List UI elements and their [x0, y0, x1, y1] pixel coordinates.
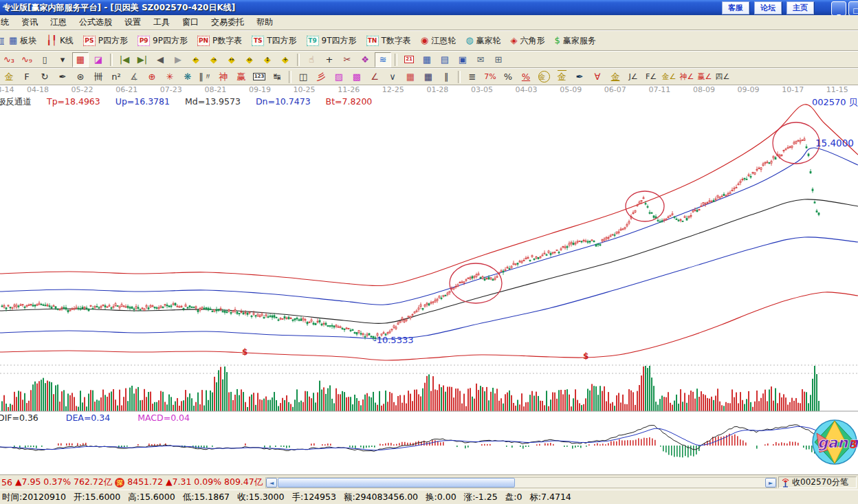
- kline-button[interactable]: ╽╿K线: [41, 34, 78, 48]
- gann-box-alt-icon[interactable]: ▩: [349, 69, 365, 85]
- gold-underline-icon[interactable]: 金: [607, 69, 624, 85]
- hexagon-button[interactable]: ◈六角形: [506, 34, 550, 48]
- menu-item-4[interactable]: 设置: [118, 15, 147, 30]
- menu-item-5[interactable]: 工具: [147, 15, 176, 30]
- ying-grid-icon[interactable]: 赢: [233, 69, 250, 85]
- gann-lines-icon[interactable]: 卌: [90, 69, 107, 85]
- ying-angle-icon[interactable]: 赢∠: [696, 69, 713, 85]
- menu-item-3[interactable]: 公式选股: [73, 15, 118, 30]
- save-icon[interactable]: ▣: [454, 52, 471, 67]
- menu-item-6[interactable]: 窗口: [176, 15, 205, 30]
- diamond-reset-icon[interactable]: ◆+: [277, 52, 294, 67]
- chart-area[interactable]: $$ 极反通道Tp=18.4963Up=16.3781Md=13.9573Dn=…: [0, 95, 858, 474]
- f-angle-icon[interactable]: F∠: [643, 69, 659, 85]
- winner-wheel-button[interactable]: ◍赢家轮: [461, 34, 505, 48]
- fan-lines-icon[interactable]: 彡: [313, 69, 329, 85]
- gold-angle-icon[interactable]: 金∠: [661, 69, 677, 85]
- tick-data-panel[interactable]: 收002570分笔: [778, 476, 857, 488]
- gann-wheel-button[interactable]: ◉江恩轮: [416, 34, 461, 48]
- web-service-icon[interactable]: ✉: [472, 52, 489, 67]
- sector-button[interactable]: ▦板块: [4, 34, 41, 48]
- prev-bar-icon[interactable]: ◀: [152, 52, 168, 67]
- ink-pen-icon[interactable]: ✒: [571, 69, 588, 85]
- notepad-icon[interactable]: ▤: [437, 52, 453, 67]
- color-chart-icon[interactable]: ◪: [90, 52, 107, 67]
- zigzag-tool-icon[interactable]: ∨: [384, 69, 401, 85]
- diamond-hexpand-icon[interactable]: ◆↔: [223, 52, 240, 67]
- zigzag-3-icon[interactable]: ∿₃: [1, 52, 17, 67]
- box-tool-icon[interactable]: ◫: [295, 69, 311, 85]
- star-web-icon[interactable]: ✳: [162, 69, 178, 85]
- pen-tool-icon[interactable]: ✒: [54, 69, 71, 85]
- shen-grid-icon[interactable]: 神: [215, 69, 232, 85]
- goto-first-icon[interactable]: |◀: [116, 52, 133, 67]
- j-angle-icon[interactable]: J∠: [625, 69, 641, 85]
- av-pattern-icon[interactable]: ∀: [589, 69, 606, 85]
- titlebar-button-1[interactable]: 论坛: [754, 1, 782, 14]
- wave-tool-icon[interactable]: ≋: [375, 52, 391, 67]
- spider-web-icon[interactable]: ❋: [179, 69, 196, 85]
- scroll-right-arrow[interactable]: ►: [765, 478, 776, 487]
- t-square-button[interactable]: TST四方形: [247, 34, 301, 48]
- diamond-right-icon[interactable]: ◆→: [206, 52, 222, 67]
- trend-angle-icon[interactable]: ∠: [366, 69, 383, 85]
- parallel-lines-icon[interactable]: ∥: [438, 69, 454, 85]
- calculator-icon[interactable]: ▦: [419, 52, 435, 67]
- wave-count-icon[interactable]: ‖〃: [197, 69, 214, 85]
- diamond-hcompress-icon[interactable]: ◆⇔: [241, 52, 258, 67]
- measure-tool-icon[interactable]: ✂: [339, 52, 355, 67]
- gann-box-icon[interactable]: ▨: [331, 69, 347, 85]
- winner-service-button[interactable]: $赢家服务: [550, 34, 601, 48]
- menu-item-8[interactable]: 帮助: [250, 15, 279, 30]
- t9-square-button[interactable]: T99T四方形: [302, 34, 362, 48]
- gann-circle-icon[interactable]: ⊛: [72, 69, 89, 85]
- n2-grid-icon[interactable]: n²: [108, 69, 124, 85]
- pn-table-button[interactable]: PNP数字表: [192, 34, 247, 48]
- menu-item-1[interactable]: 资讯: [15, 15, 44, 30]
- titlebar-button-2[interactable]: 主页: [786, 1, 814, 14]
- price-scale-icon[interactable]: ≣: [464, 69, 481, 85]
- p9-square-button[interactable]: P99P四方形: [133, 34, 192, 48]
- hand-drag-icon[interactable]: ☝: [303, 52, 320, 67]
- tn-table-button[interactable]: TNT数字表: [362, 34, 416, 48]
- percent7-icon[interactable]: 7%: [482, 69, 498, 85]
- circle-cross-icon[interactable]: ⊕: [144, 69, 160, 85]
- gold-grid-icon[interactable]: 金: [1, 69, 17, 85]
- menu-item-0[interactable]: 统: [0, 15, 15, 30]
- flower-tool-icon[interactable]: ❖: [357, 52, 373, 67]
- zigzag-9-icon[interactable]: ∿₉: [19, 52, 35, 67]
- percent-line-icon[interactable]: %: [518, 69, 534, 85]
- diamond-left-icon[interactable]: ◆←: [188, 52, 204, 67]
- scroll-left-arrow[interactable]: ◄: [266, 478, 277, 487]
- horizontal-scrollbar[interactable]: ◄ ►: [265, 477, 777, 488]
- goto-last-icon[interactable]: ▶|: [134, 52, 151, 67]
- next-bar-icon[interactable]: ▶: [170, 52, 186, 67]
- shen-angle-icon[interactable]: 神∠: [679, 69, 695, 85]
- remote-data-icon[interactable]: ⊞: [490, 52, 507, 67]
- width-measure-icon[interactable]: ↹: [269, 69, 285, 85]
- gold-lines-icon[interactable]: 金: [553, 69, 570, 85]
- candle-style-icon[interactable]: ▯: [36, 52, 53, 67]
- percent-icon[interactable]: %: [500, 69, 516, 85]
- p-square-button[interactable]: PSP四方形: [78, 34, 133, 48]
- spiral-icon[interactable]: ↻: [36, 69, 53, 85]
- menu-item-7[interactable]: 交易委托: [205, 15, 250, 30]
- titlebar-button-0[interactable]: 客服: [722, 1, 749, 14]
- diamond-vexpand-icon[interactable]: ◆↕: [259, 52, 276, 67]
- calendar-icon[interactable]: 21: [401, 52, 417, 67]
- pattern-grid-icon[interactable]: ▦: [72, 52, 89, 67]
- gold-circle-icon[interactable]: 金: [536, 69, 552, 85]
- scrollbar-thumb[interactable]: [278, 478, 515, 487]
- minimize-button[interactable]: _: [831, 1, 846, 16]
- maximize-button[interactable]: □: [848, 1, 858, 16]
- ruler-123-icon[interactable]: 123: [251, 69, 267, 85]
- grid-red-icon[interactable]: ▦: [402, 69, 419, 85]
- grid-blue-icon[interactable]: ▦: [420, 69, 437, 85]
- mirror-angle-icon[interactable]: ∡: [126, 69, 142, 85]
- si-angle-icon[interactable]: 四∠: [714, 69, 731, 85]
- menu-item-2[interactable]: 江恩: [44, 15, 73, 30]
- f-grid-icon[interactable]: F: [19, 69, 35, 85]
- crosshair-icon[interactable]: +: [321, 52, 338, 67]
- winner-service-button-label: 赢家服务: [563, 35, 596, 47]
- dropdown-arrow-icon[interactable]: ▾: [54, 52, 71, 67]
